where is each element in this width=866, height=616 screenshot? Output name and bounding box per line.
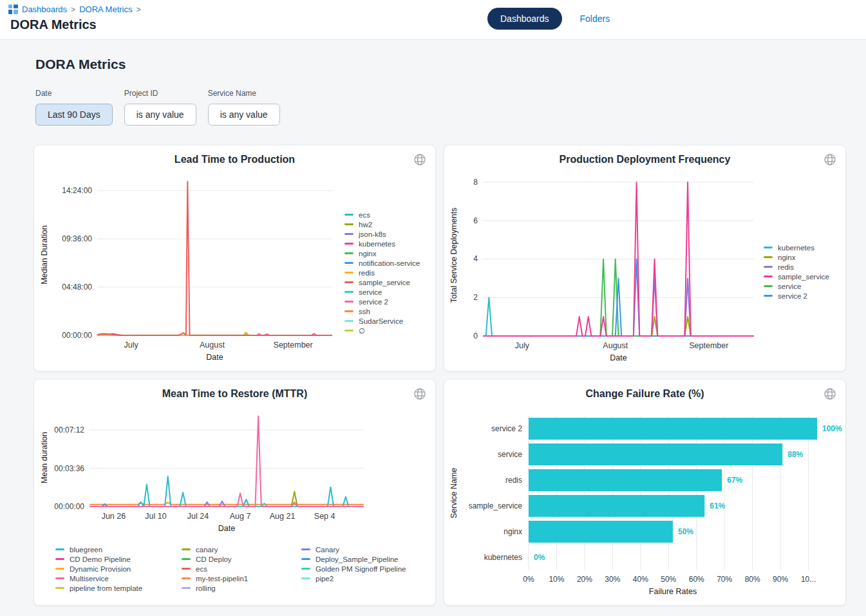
- legend-label: Multiservice: [70, 575, 109, 583]
- legend-swatch-icon: [344, 214, 353, 216]
- dashboards-grid-icon: [8, 5, 18, 14]
- card-mttr: Mean Time to Restore (MTTR) 00:00:0000:0…: [33, 379, 436, 606]
- legend-label: SudarService: [359, 317, 403, 325]
- legend-item[interactable]: pipe2: [301, 574, 406, 583]
- svg-text:0: 0: [473, 331, 478, 341]
- svg-text:09:36:00: 09:36:00: [62, 234, 92, 243]
- filter-service-name-value[interactable]: is any value: [208, 104, 280, 126]
- svg-text:July: July: [124, 341, 139, 350]
- legend-label: nginx: [778, 254, 796, 261]
- svg-text:20%: 20%: [577, 575, 592, 584]
- filter-project-id-value[interactable]: is any value: [124, 104, 196, 126]
- legend-item[interactable]: canary: [182, 545, 301, 554]
- legend-swatch-icon: [301, 568, 310, 570]
- legend-item[interactable]: json-k8s: [344, 229, 420, 239]
- svg-text:Date: Date: [206, 353, 223, 362]
- legend-item[interactable]: ∅: [344, 326, 420, 335]
- legend-label: notification-service: [359, 259, 420, 267]
- legend-label: redis: [359, 269, 375, 277]
- legend-item[interactable]: Deploy_Sample_Pipeline: [301, 554, 406, 564]
- legend-item[interactable]: CD Deploy: [182, 554, 301, 564]
- legend-item[interactable]: Golden PM Signoff Pipeline: [301, 564, 406, 574]
- legend-swatch-icon: [344, 233, 353, 235]
- legend-item[interactable]: sample_service: [344, 277, 420, 287]
- legend-label: kubernetes: [778, 244, 814, 252]
- legend-item[interactable]: kubernetes: [344, 239, 420, 248]
- svg-text:4: 4: [473, 254, 478, 263]
- legend-swatch-icon: [182, 568, 191, 570]
- legend-label: service: [778, 283, 801, 290]
- app-header: Dashboards > DORA Metrics > DORA Metrics…: [0, 0, 866, 40]
- tab-dashboards[interactable]: Dashboards: [487, 8, 562, 30]
- legend-item[interactable]: service 2: [344, 297, 420, 306]
- legend-label: json-k8s: [359, 230, 386, 238]
- filter-date-label: Date: [35, 89, 113, 98]
- legend-item[interactable]: nginx: [344, 248, 420, 258]
- legend-item[interactable]: Canary: [301, 545, 406, 554]
- svg-text:00:03:36: 00:03:36: [54, 464, 84, 473]
- legend-item[interactable]: CD Demo Pipeline: [55, 554, 182, 564]
- legend-label: service 2: [778, 292, 807, 300]
- legend-swatch-icon: [764, 256, 773, 258]
- svg-text:Aug 7: Aug 7: [230, 512, 251, 521]
- legend-item[interactable]: service 2: [764, 291, 829, 301]
- legend-item[interactable]: service: [344, 287, 420, 297]
- filter-date-value[interactable]: Last 90 Days: [35, 104, 113, 126]
- legend-swatch-icon: [182, 587, 191, 589]
- lead-time-legend: ecshw2json-k8skubernetesnginxnotificatio…: [344, 210, 420, 335]
- svg-text:September: September: [689, 341, 728, 350]
- legend-label: ∅: [359, 326, 365, 335]
- legend-item[interactable]: Multiservice: [55, 574, 182, 583]
- legend-item[interactable]: pipeline from template: [55, 583, 182, 593]
- legend-item[interactable]: bluegreen: [55, 545, 182, 554]
- legend-swatch-icon: [764, 285, 773, 287]
- legend-item[interactable]: my-test-pipelin1: [182, 574, 301, 583]
- legend-swatch-icon: [55, 558, 64, 560]
- legend-item[interactable]: nginx: [764, 252, 829, 262]
- legend-item[interactable]: rolling: [182, 583, 301, 593]
- legend-item[interactable]: redis: [344, 268, 420, 277]
- svg-text:100%: 100%: [822, 424, 842, 433]
- svg-text:50%: 50%: [678, 527, 693, 536]
- tab-folders[interactable]: Folders: [580, 14, 610, 24]
- svg-text:redis: redis: [505, 476, 522, 485]
- mttr-legend: bluegreencanaryCanaryCD Demo PipelineCD …: [55, 545, 406, 593]
- legend-swatch-icon: [55, 548, 64, 550]
- legend-item[interactable]: sample_service: [764, 272, 829, 281]
- svg-text:Mean duration: Mean duration: [40, 432, 49, 483]
- svg-text:July: July: [515, 341, 530, 350]
- svg-text:Date: Date: [218, 524, 235, 533]
- legend-item[interactable]: ecs: [344, 210, 420, 219]
- legend-item[interactable]: ssh: [344, 306, 420, 316]
- legend-swatch-icon: [55, 587, 64, 589]
- breadcrumb-separator-icon: >: [136, 5, 140, 14]
- legend-item[interactable]: hw2: [344, 219, 420, 229]
- legend-item[interactable]: kubernetes: [764, 243, 829, 252]
- legend-label: redis: [778, 263, 794, 271]
- legend-swatch-icon: [182, 548, 191, 550]
- legend-item[interactable]: Dynamic Provision: [55, 564, 182, 574]
- legend-swatch-icon: [344, 243, 353, 245]
- svg-text:Sep 4: Sep 4: [314, 512, 335, 521]
- svg-text:nginx: nginx: [504, 527, 522, 536]
- breadcrumb-dora-metrics[interactable]: DORA Metrics: [79, 5, 132, 14]
- svg-text:00:00:00: 00:00:00: [54, 502, 84, 511]
- svg-text:0%: 0%: [534, 553, 545, 562]
- legend-item[interactable]: service: [764, 281, 829, 291]
- breadcrumb-dashboards[interactable]: Dashboards: [22, 5, 67, 14]
- legend-label: Golden PM Signoff Pipeline: [315, 565, 406, 573]
- svg-text:Failure Rates: Failure Rates: [649, 587, 697, 596]
- legend-swatch-icon: [182, 577, 191, 579]
- legend-item[interactable]: SudarService: [344, 316, 420, 326]
- legend-item[interactable]: ecs: [182, 564, 301, 574]
- legend-item[interactable]: redis: [764, 262, 829, 272]
- svg-text:August: August: [200, 341, 225, 350]
- legend-label: pipe2: [315, 575, 334, 583]
- card-lead-time: Lead Time to Production 00:00:0004:48:00…: [33, 145, 436, 371]
- svg-text:Total Service Deployments: Total Service Deployments: [449, 208, 458, 303]
- svg-text:Jul 10: Jul 10: [145, 512, 166, 521]
- svg-text:Median Duration: Median Duration: [40, 225, 49, 285]
- legend-label: Deploy_Sample_Pipeline: [315, 555, 399, 563]
- legend-label: my-test-pipelin1: [196, 575, 248, 583]
- legend-item[interactable]: notification-service: [344, 258, 420, 268]
